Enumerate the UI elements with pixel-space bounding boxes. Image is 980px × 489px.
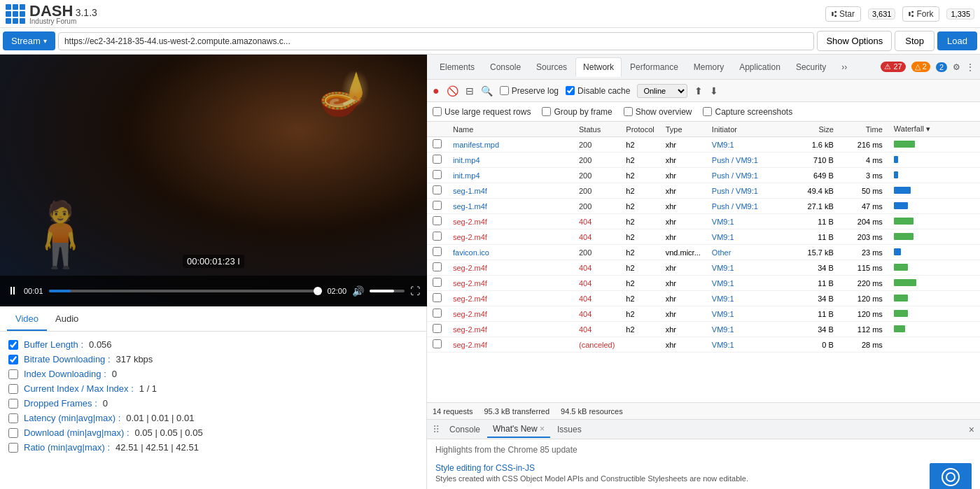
tab-audio[interactable]: Audio [47, 308, 87, 331]
stop-button[interactable]: Stop [895, 31, 934, 51]
request-name[interactable]: seg-2.m4f [453, 295, 487, 303]
show-overview-label[interactable]: Show overview [624, 107, 692, 117]
tab-network[interactable]: Network [575, 57, 622, 77]
tab-memory[interactable]: Memory [687, 58, 731, 76]
stat-checkbox[interactable] [8, 413, 18, 423]
disable-cache-checkbox[interactable] [566, 86, 575, 95]
request-name[interactable]: seg-1.m4f [453, 187, 487, 195]
filter-icon[interactable]: ⊟ [465, 85, 474, 97]
table-row[interactable]: init.mp4200h2xhrPush / VM9:1710 B4 ms [427, 153, 980, 168]
table-row[interactable]: seg-2.m4f404h2xhrVM9:111 B120 ms [427, 306, 980, 322]
stat-checkbox[interactable] [8, 355, 18, 364]
more-icon[interactable]: ⋮ [966, 62, 974, 72]
github-fork-button[interactable]: ⑆ Fork [902, 6, 939, 22]
col-header-size[interactable]: Size [790, 122, 839, 137]
play-pause-button[interactable]: ⏸ [7, 285, 18, 297]
throttle-select[interactable]: Online Fast 3G Slow 3G Offline [637, 84, 687, 98]
console-panel-close[interactable]: × [969, 424, 974, 435]
table-row[interactable]: seg-2.m4f404h2xhrVM9:134 B120 ms [427, 291, 980, 306]
table-row[interactable]: seg-1.m4f200h2xhrPush / VM9:149.4 kB50 m… [427, 183, 980, 199]
volume-bar[interactable] [370, 290, 405, 292]
request-name[interactable]: seg-2.m4f [453, 341, 487, 349]
table-row[interactable]: manifest.mpd200h2xhrVM9:11.6 kB216 ms [427, 137, 980, 153]
row-checkbox[interactable] [433, 155, 442, 164]
tab-sources[interactable]: Sources [529, 58, 574, 76]
row-checkbox[interactable] [433, 216, 442, 225]
request-initiator[interactable]: VM9:1 [712, 341, 734, 349]
stream-button[interactable]: Stream ▾ [3, 31, 55, 50]
row-checkbox[interactable] [433, 170, 442, 179]
fullscreen-button[interactable]: ⛶ [410, 285, 420, 297]
request-initiator[interactable]: Push / VM9:1 [712, 202, 758, 211]
request-initiator[interactable]: VM9:1 [712, 233, 734, 241]
request-name[interactable]: seg-2.m4f [453, 310, 487, 318]
request-name[interactable]: seg-2.m4f [453, 218, 487, 226]
row-checkbox[interactable] [433, 262, 442, 271]
tab-video[interactable]: Video [7, 308, 47, 331]
tab-more[interactable]: ›› [834, 58, 854, 76]
url-input[interactable] [58, 32, 814, 50]
large-rows-checkbox[interactable] [433, 107, 442, 116]
tab-elements[interactable]: Elements [433, 58, 482, 76]
request-name[interactable]: seg-1.m4f [453, 202, 487, 211]
capture-screenshots-label[interactable]: Capture screenshots [703, 107, 792, 117]
request-name[interactable]: favicon.ico [453, 248, 489, 257]
row-checkbox[interactable] [433, 278, 442, 287]
show-options-button[interactable]: Show Options [817, 31, 892, 51]
preserve-log-checkbox[interactable] [500, 86, 509, 95]
row-checkbox[interactable] [433, 232, 442, 241]
load-button[interactable]: Load [937, 31, 977, 50]
request-name[interactable]: init.mp4 [453, 156, 480, 164]
row-checkbox[interactable] [433, 201, 442, 210]
table-row[interactable]: favicon.ico200h2vnd.micr...Other15.7 kB2… [427, 245, 980, 260]
show-overview-checkbox[interactable] [624, 107, 633, 116]
group-by-frame-label[interactable]: Group by frame [542, 107, 612, 117]
request-initiator[interactable]: VM9:1 [712, 325, 734, 334]
request-name[interactable]: seg-2.m4f [453, 233, 487, 241]
request-name[interactable]: init.mp4 [453, 171, 480, 180]
col-header-type[interactable]: Type [660, 122, 706, 137]
request-initiator[interactable]: VM9:1 [712, 218, 734, 226]
tab-console[interactable]: Console [483, 58, 528, 76]
github-star-button[interactable]: ⑆ Star [825, 6, 861, 22]
search-icon[interactable]: 🔍 [481, 85, 493, 97]
col-header-initiator[interactable]: Initiator [706, 122, 790, 137]
import-icon[interactable]: ⬆ [694, 85, 703, 97]
table-row[interactable]: seg-2.m4f404h2xhrVM9:111 B203 ms [427, 229, 980, 245]
row-checkbox[interactable] [433, 247, 442, 256]
tab-application[interactable]: Application [732, 58, 788, 76]
col-header-status[interactable]: Status [573, 122, 620, 137]
table-row[interactable]: seg-2.m4f404h2xhrVM9:111 B204 ms [427, 214, 980, 229]
stat-checkbox[interactable] [8, 399, 18, 409]
row-checkbox[interactable] [433, 339, 442, 348]
request-initiator[interactable]: VM9:1 [712, 279, 734, 288]
row-checkbox[interactable] [433, 185, 442, 194]
progress-bar[interactable] [49, 290, 322, 292]
col-header-waterfall[interactable]: Waterfall ▾ [888, 122, 980, 137]
request-initiator[interactable]: Push / VM9:1 [712, 156, 758, 164]
request-initiator[interactable]: Push / VM9:1 [712, 171, 758, 180]
console-tab-whatsnew[interactable]: What's New × [487, 421, 550, 438]
stat-checkbox[interactable] [8, 384, 18, 394]
stat-checkbox[interactable] [8, 428, 18, 438]
volume-button[interactable]: 🔊 [352, 285, 364, 297]
request-initiator[interactable]: VM9:1 [712, 295, 734, 303]
request-initiator[interactable]: VM9:1 [712, 141, 734, 149]
record-icon[interactable]: ● [433, 85, 440, 97]
clear-icon[interactable]: 🚫 [447, 85, 458, 97]
group-by-frame-checkbox[interactable] [542, 107, 551, 116]
request-name[interactable]: seg-2.m4f [453, 264, 487, 272]
table-row[interactable]: seg-2.m4f404h2xhrVM9:134 B112 ms [427, 322, 980, 337]
whatsnew-close-icon[interactable]: × [540, 424, 545, 434]
stat-checkbox[interactable] [8, 443, 18, 453]
col-header-time[interactable]: Time [839, 122, 888, 137]
table-row[interactable]: seg-2.m4f404h2xhrVM9:134 B115 ms [427, 260, 980, 276]
disable-cache-checkbox-label[interactable]: Disable cache [566, 86, 630, 96]
table-row[interactable]: seg-1.m4f200h2xhrPush / VM9:127.1 kB47 m… [427, 199, 980, 214]
preserve-log-checkbox-label[interactable]: Preserve log [500, 86, 559, 96]
col-header-name[interactable]: Name [447, 122, 573, 137]
table-row[interactable]: seg-2.m4f(canceled)xhrVM9:10 B28 ms [427, 337, 980, 353]
request-name[interactable]: seg-2.m4f [453, 325, 487, 334]
request-initiator[interactable]: VM9:1 [712, 310, 734, 318]
request-initiator[interactable]: VM9:1 [712, 264, 734, 272]
